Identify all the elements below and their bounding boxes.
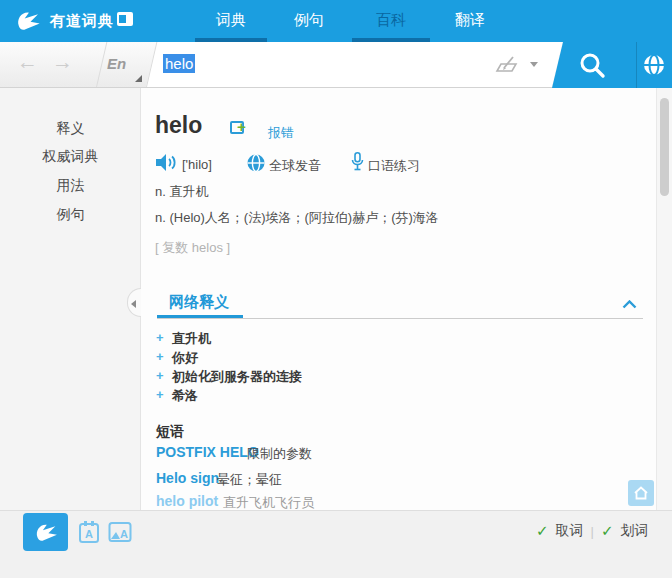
entry-content: helo + 报错 ['hilo] 全球发音 — [142, 88, 656, 510]
expand-plus-icon[interactable]: + — [156, 349, 164, 364]
add-to-wordbook-icon[interactable]: + — [230, 121, 244, 134]
button-divider — [636, 42, 637, 88]
tab-translate[interactable]: 翻译 — [434, 0, 506, 42]
sidebar-item-authoritative-dict[interactable]: 权威词典 — [0, 147, 141, 165]
expand-plus-icon[interactable]: + — [156, 387, 164, 402]
sidebar-item-definition[interactable]: 释义 — [0, 119, 141, 137]
photo-translate-icon[interactable]: A — [108, 520, 132, 544]
title-bar: 有道词典 词典 例句 百科 翻译 mini × — [0, 0, 672, 42]
web-definition-item[interactable]: 直升机 — [172, 330, 211, 348]
tab-examples[interactable]: 例句 — [273, 0, 345, 42]
handwriting-icon[interactable] — [495, 55, 519, 75]
global-pronunciation-icon[interactable] — [247, 154, 265, 172]
tab-translate-label: 翻译 — [455, 11, 485, 28]
search-button[interactable] — [546, 42, 672, 88]
scrollbar-thumb[interactable] — [660, 98, 669, 196]
tab-encyclopedia[interactable]: 百科 — [352, 0, 430, 42]
phrase-meaning: 限制的参数 — [247, 445, 312, 463]
highlight-word-toggle[interactable]: 划词 — [621, 522, 649, 540]
window-badge-icon — [117, 12, 133, 26]
svg-text:A: A — [85, 528, 93, 540]
tab-dictionary[interactable]: 词典 — [195, 0, 267, 42]
global-pronunciation-label[interactable]: 全球发音 — [269, 157, 321, 175]
forward-arrow-icon[interactable]: → — [52, 50, 73, 74]
sidebar-item-usage[interactable]: 用法 — [0, 176, 141, 194]
search-query-selected-text[interactable]: helo — [163, 54, 195, 73]
capture-word-toggle[interactable]: 取词 — [556, 522, 584, 540]
wordbook-icon[interactable]: A — [78, 520, 100, 544]
divider: | — [591, 524, 594, 539]
web-definition-item[interactable]: 初始化到服务器的连接 — [172, 368, 302, 386]
speaker-icon[interactable] — [156, 154, 177, 171]
youdao-logo-icon — [32, 520, 60, 545]
collapse-left-arrow-icon — [131, 300, 136, 308]
definition-line: n. 直升机 — [155, 183, 208, 201]
microphone-icon[interactable] — [351, 152, 364, 171]
tab-encyclopedia-label: 百科 — [376, 11, 406, 28]
separator — [96, 42, 107, 87]
language-dropdown-corner-icon[interactable] — [135, 75, 142, 82]
web-search-globe-icon[interactable] — [642, 53, 666, 77]
web-definition-item[interactable]: 希洛 — [172, 387, 198, 405]
plural-note: [ 复数 helos ] — [155, 239, 230, 257]
phrase-term-link[interactable]: helo pilot — [156, 493, 218, 509]
sidebar-item-examples[interactable]: 例句 — [0, 205, 141, 223]
phrase-meaning: 直升飞机飞行员 — [223, 494, 314, 510]
section-underline — [157, 318, 643, 319]
status-bar: A A ✓ 取词 | ✓ 划词 — [0, 510, 672, 578]
web-definitions-title: 网络释义 — [169, 293, 229, 312]
vertical-scrollbar[interactable] — [656, 88, 672, 510]
phrase-term-link[interactable]: POSTFIX HELO — [156, 444, 259, 460]
check-icon: ✓ — [601, 523, 614, 539]
phrases-title: 短语 — [156, 423, 184, 441]
tab-dictionary-label: 词典 — [216, 11, 246, 28]
search-bar: ← → En helo — [0, 42, 672, 88]
tab-examples-label: 例句 — [294, 11, 324, 28]
word-capture-toggles: ✓ 取词 | ✓ 划词 — [536, 522, 649, 540]
language-selector[interactable]: En — [107, 55, 126, 72]
check-icon: ✓ — [536, 523, 549, 539]
definition-line: n. (Helo)人名；(法)埃洛；(阿拉伯)赫卢；(芬)海洛 — [155, 209, 439, 227]
phrase-term-link[interactable]: Helo sign — [156, 470, 219, 486]
phrase-meaning: 晕征；晕征 — [217, 471, 282, 489]
headword: helo — [155, 112, 202, 139]
collapse-section-chevron-icon[interactable] — [622, 300, 637, 309]
add-plus-icon: + — [237, 119, 246, 134]
youdao-logo-icon — [13, 7, 43, 35]
expand-plus-icon[interactable]: + — [156, 330, 164, 345]
handwriting-dropdown-caret-icon[interactable] — [530, 62, 538, 67]
phonetic-text: ['hilo] — [182, 157, 212, 172]
dictionary-mode-button[interactable] — [23, 513, 68, 551]
svg-text:A: A — [120, 528, 128, 540]
app-window: 有道词典 词典 例句 百科 翻译 mini × ← — [0, 0, 672, 578]
app-title: 有道词典 — [50, 12, 114, 31]
expand-plus-icon[interactable]: + — [156, 368, 164, 383]
sidebar: 释义 权威词典 用法 例句 — [0, 88, 141, 510]
back-to-top-button[interactable] — [628, 480, 654, 506]
oral-practice-label[interactable]: 口语练习 — [368, 157, 420, 175]
web-definition-item[interactable]: 你好 — [172, 349, 198, 367]
search-magnifier-icon — [578, 51, 606, 79]
report-error-link[interactable]: 报错 — [268, 124, 294, 142]
home-icon — [633, 485, 649, 501]
main-area: 释义 权威词典 用法 例句 helo + 报错 ['hilo] — [0, 88, 672, 510]
back-arrow-icon[interactable]: ← — [17, 50, 38, 74]
